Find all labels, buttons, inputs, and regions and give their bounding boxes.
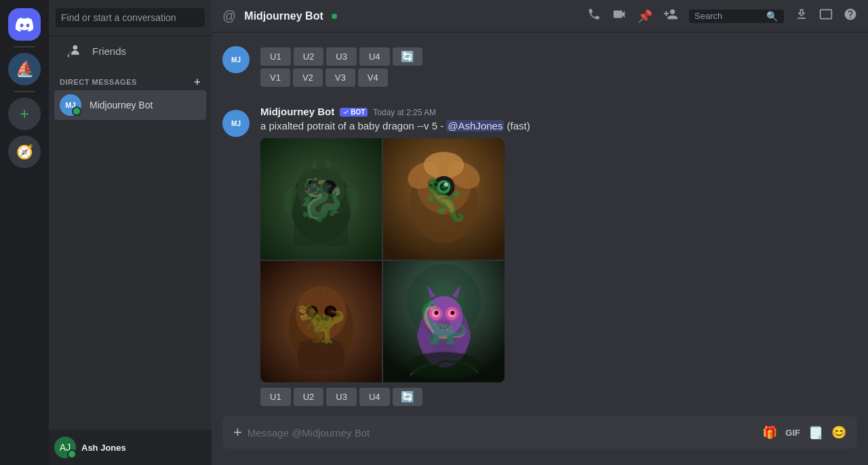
- variation-button-group-top: V1 V2 V3 V4: [260, 68, 857, 87]
- u2-button-top[interactable]: U2: [294, 47, 324, 66]
- image-cell-1[interactable]: [260, 138, 382, 260]
- search-input[interactable]: [56, 8, 205, 27]
- bot-avatar-earlier: MJ: [222, 46, 250, 73]
- video-button[interactable]: [612, 7, 627, 25]
- refresh-button-top[interactable]: 🔄: [393, 47, 422, 66]
- u1-button-bottom[interactable]: U1: [260, 388, 291, 406]
- explore-button[interactable]: 🧭: [8, 136, 41, 168]
- svg-point-52: [437, 320, 451, 329]
- svg-point-33: [312, 315, 331, 327]
- u4-button-top[interactable]: U4: [359, 47, 390, 66]
- pin-button[interactable]: 📌: [637, 9, 652, 24]
- sidebar-divider-2: [14, 91, 35, 92]
- svg-point-49: [445, 307, 458, 321]
- upscale-button-group-top: U1 U2 U3 U4 🔄: [260, 47, 857, 66]
- svg-point-17: [424, 152, 465, 179]
- gift-icon[interactable]: 🎁: [762, 425, 777, 440]
- v4-button-top[interactable]: V4: [358, 68, 388, 87]
- midjourney-bot-avatar: MJ: [60, 94, 81, 116]
- search-icon: 🔍: [766, 11, 778, 22]
- svg-point-35: [322, 317, 326, 321]
- sidebar-divider: [14, 46, 35, 47]
- add-dm-button[interactable]: +: [194, 77, 201, 87]
- image-cell-2[interactable]: [383, 138, 505, 260]
- message-input-box: + 🎁 GIF 🗒️ 😊: [222, 416, 857, 449]
- svg-point-32: [330, 310, 332, 312]
- image-cell-3[interactable]: [260, 261, 382, 382]
- message-mention[interactable]: @AshJones: [446, 120, 504, 132]
- emoji-icon[interactable]: 😊: [831, 425, 846, 440]
- header-search-input[interactable]: [694, 11, 762, 21]
- v2-button-top[interactable]: V2: [293, 68, 323, 87]
- friends-icon: [65, 41, 84, 60]
- sticker-icon[interactable]: 🗒️: [808, 425, 823, 440]
- content-prefix: a pixalted potrait of a baby dragon --v …: [260, 120, 446, 132]
- svg-point-46: [429, 307, 443, 321]
- dm-panel: Friends DIRECT MESSAGES + MJ Midjourney …: [49, 0, 212, 465]
- message-author[interactable]: Midjourney Bot: [260, 106, 334, 117]
- add-server-button[interactable]: +: [8, 98, 41, 130]
- input-icons: 🎁 GIF 🗒️ 😊: [762, 425, 846, 440]
- message-timestamp: Today at 2:25 AM: [373, 108, 436, 117]
- svg-point-4: [310, 184, 317, 190]
- svg-point-3: [307, 180, 320, 194]
- dm-user-midjourney[interactable]: MJ Midjourney Bot: [54, 90, 206, 120]
- refresh-button-bottom[interactable]: 🔄: [393, 388, 422, 406]
- svg-rect-11: [294, 212, 349, 246]
- svg-point-47: [432, 310, 440, 318]
- svg-point-29: [311, 310, 314, 312]
- header-icons: 📌 🔍: [587, 7, 857, 25]
- u1-button-top[interactable]: U1: [260, 47, 291, 66]
- u3-button-bottom[interactable]: U3: [326, 388, 357, 406]
- call-button[interactable]: [587, 7, 601, 24]
- message-content: a pixalted potrait of a baby dragon --v …: [260, 119, 857, 133]
- server-icon-sailing[interactable]: ⛵: [8, 53, 41, 85]
- add-member-button[interactable]: [663, 7, 678, 25]
- svg-point-30: [324, 306, 336, 318]
- content-suffix: (fast): [504, 120, 530, 132]
- messages-area: MJ U1 U2 U3 U4 🔄 V1 V2 V3 V4 M: [212, 33, 868, 416]
- u3-button-top[interactable]: U3: [326, 47, 357, 66]
- svg-point-40: [407, 264, 481, 338]
- svg-point-18: [433, 176, 455, 198]
- svg-point-41: [424, 281, 465, 322]
- dm-search-area: [49, 0, 212, 36]
- discord-home-button[interactable]: [8, 8, 41, 41]
- main-content: @ Midjourney Bot 📌: [212, 0, 868, 465]
- image-cell-4[interactable]: [383, 261, 505, 382]
- threads-button[interactable]: [819, 7, 833, 24]
- svg-point-23: [428, 179, 439, 190]
- svg-point-22: [436, 195, 452, 206]
- image-grid[interactable]: [260, 138, 505, 382]
- gif-icon[interactable]: GIF: [785, 428, 800, 438]
- svg-point-5: [313, 185, 315, 188]
- v1-button-top[interactable]: V1: [260, 68, 290, 87]
- direct-messages-header: DIRECT MESSAGES +: [49, 66, 212, 90]
- u2-button-bottom[interactable]: U2: [294, 388, 324, 406]
- svg-point-28: [309, 308, 315, 315]
- svg-point-21: [444, 183, 448, 187]
- help-button[interactable]: [844, 7, 857, 24]
- svg-point-51: [450, 311, 454, 315]
- bot-avatar-main: MJ: [222, 110, 250, 137]
- svg-point-7: [326, 184, 332, 190]
- friends-nav-item[interactable]: Friends: [54, 36, 206, 66]
- message-group-main: MJ Midjourney Bot BOT Today at 2:25 AM a…: [212, 104, 868, 410]
- svg-point-20: [440, 183, 448, 191]
- svg-point-27: [306, 306, 318, 318]
- message-input[interactable]: [248, 420, 757, 446]
- v3-button-top[interactable]: V3: [326, 68, 355, 87]
- message-input-area: + 🎁 GIF 🗒️ 😊: [212, 416, 868, 465]
- online-indicator: [332, 14, 337, 19]
- compass-icon: 🧭: [16, 144, 33, 160]
- message-header: Midjourney Bot BOT Today at 2:25 AM: [260, 106, 857, 117]
- svg-point-50: [448, 310, 456, 318]
- dm-user-name: Midjourney Bot: [90, 100, 153, 110]
- section-title: DIRECT MESSAGES: [60, 78, 137, 86]
- u4-button-bottom[interactable]: U4: [359, 388, 390, 406]
- plus-icon: +: [20, 106, 29, 122]
- at-icon: @: [222, 8, 236, 24]
- inbox-button[interactable]: [795, 7, 808, 24]
- search-box: 🔍: [689, 9, 784, 23]
- add-attachment-button[interactable]: +: [233, 416, 242, 449]
